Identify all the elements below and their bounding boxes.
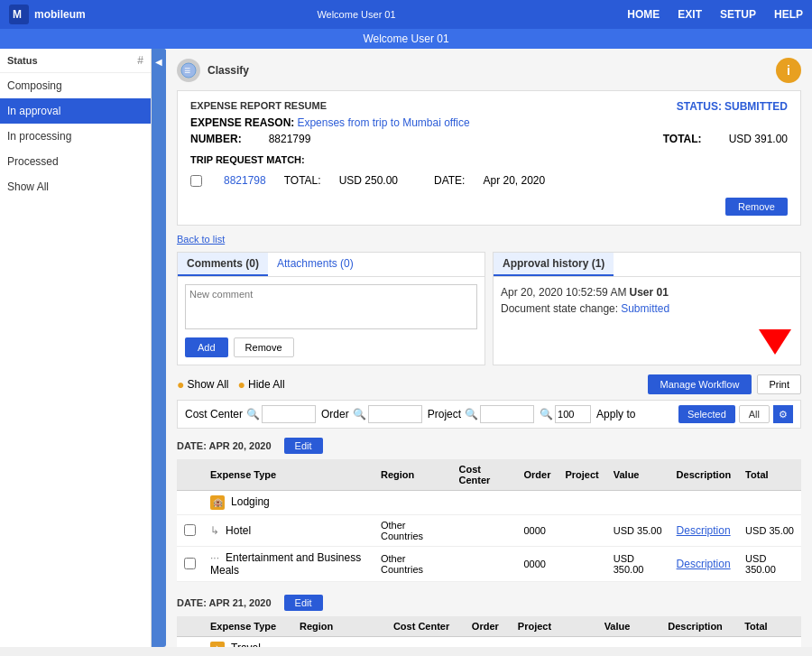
tab-approval-history[interactable]: Approval history (1): [494, 253, 614, 276]
trip-checkbox[interactable]: [190, 175, 202, 187]
row-check[interactable]: [177, 515, 203, 547]
edit-button-2[interactable]: Edit: [284, 595, 323, 611]
project-label: Project: [428, 408, 461, 420]
red-arrow-area: [494, 324, 800, 360]
search-icon-project: 🔍: [465, 408, 478, 420]
comments-body: Add Remove: [178, 277, 484, 365]
selected-button[interactable]: Selected: [678, 405, 735, 423]
nav-exit[interactable]: EXIT: [678, 8, 702, 21]
nav-help[interactable]: HELP: [774, 8, 803, 21]
row-type: ··· Entertainment and Business Meals: [203, 547, 374, 582]
qty-input[interactable]: [555, 405, 591, 423]
table-row: ✈ Travel: [177, 637, 801, 648]
main-layout: Status # Composing In approval In proces…: [0, 49, 812, 647]
edit-button-1[interactable]: Edit: [284, 438, 323, 454]
comment-input[interactable]: [185, 284, 477, 329]
all-button[interactable]: All: [739, 405, 770, 423]
th-description-2: Description: [660, 616, 737, 637]
back-to-list-link[interactable]: Back to list: [177, 234, 225, 245]
meals-desc-link[interactable]: Description: [677, 558, 731, 570]
row-region: Other Countries: [374, 515, 452, 547]
th-description-1: Description: [669, 459, 739, 491]
row-value: USD 35.00: [606, 515, 669, 547]
expense-report-box: EXPENSE REPORT RESUME EXPENSE REASON: Ex…: [177, 90, 801, 226]
th-order-2: Order: [465, 616, 511, 637]
row-project: [558, 515, 605, 547]
manage-workflow-button-top[interactable]: Manage Workflow: [648, 374, 752, 394]
hotel-desc-link[interactable]: Description: [677, 524, 731, 537]
logo-text: mobileum: [34, 8, 86, 21]
show-hide-right: Manage Workflow Print: [648, 374, 801, 394]
row-check: [177, 637, 203, 648]
number-label: NUMBER:: [190, 133, 242, 145]
sidebar-header: Status #: [0, 49, 151, 73]
date-section-2: DATE: APR 21, 2020 Edit Expense Type Reg…: [177, 595, 801, 647]
settings-button[interactable]: ⚙: [773, 405, 793, 423]
print-button-top[interactable]: Print: [757, 374, 801, 394]
add-comment-button[interactable]: Add: [185, 337, 228, 357]
meals-checkbox[interactable]: [184, 558, 196, 569]
filter-row: Cost Center 🔍 Order 🔍 Project 🔍 🔍 Apply …: [177, 400, 801, 429]
cost-center-input[interactable]: [262, 405, 316, 423]
th-region-2: Region: [292, 616, 386, 637]
nav-setup[interactable]: SETUP: [720, 8, 756, 21]
total-label: TOTAL:: [663, 133, 702, 145]
trip-number-link[interactable]: 8821798: [224, 174, 266, 187]
content-area: ≡ Classify i EXPENSE REPORT RESUME EXPEN…: [166, 49, 812, 647]
project-input[interactable]: [480, 405, 534, 423]
row-region: [374, 491, 452, 515]
row-project: [558, 547, 605, 582]
sidebar-collapse-button[interactable]: ◀: [152, 49, 166, 647]
row-total: USD 35.00: [738, 515, 801, 547]
welcome-bar: Welcome User 01: [0, 29, 812, 49]
remove-comment-button[interactable]: Remove: [234, 337, 294, 357]
tab-comments[interactable]: Comments (0): [178, 253, 268, 276]
sidebar-processed-label: Processed: [7, 155, 59, 168]
th-expense-type-2: Expense Type: [203, 616, 292, 637]
sidebar-item-composing[interactable]: Composing: [0, 73, 151, 98]
row-cc: [452, 515, 517, 547]
remove-button[interactable]: Remove: [725, 198, 788, 216]
search-icon-qty: 🔍: [540, 408, 553, 420]
total-value: USD 391.00: [729, 133, 788, 145]
row-type: ✈ Travel: [203, 637, 292, 648]
status-row: STATUS: SUBMITTED: [677, 100, 788, 113]
search-icon-order: 🔍: [353, 408, 366, 420]
travel-icon: ✈: [210, 642, 225, 647]
row-total: [737, 637, 801, 648]
sidebar-item-processed[interactable]: Processed: [0, 149, 151, 174]
apply-to-label: Apply to: [596, 408, 635, 420]
row-order: [516, 491, 558, 515]
order-input[interactable]: [368, 405, 422, 423]
show-all-button[interactable]: ● Show All: [177, 377, 229, 392]
tab-comments-label: Comments (0): [187, 257, 259, 270]
tab-attachments[interactable]: Attachments (0): [268, 253, 363, 276]
sidebar-item-inprocessing[interactable]: In processing: [0, 124, 151, 149]
nav-home[interactable]: HOME: [627, 8, 660, 21]
lodging-icon: 🏨: [210, 495, 225, 510]
sidebar-composing-label: Composing: [7, 79, 62, 92]
row-check[interactable]: [177, 547, 203, 582]
info-icon[interactable]: i: [776, 58, 801, 83]
hide-all-button[interactable]: ● Hide All: [238, 377, 285, 392]
sidebar-item-inapproval[interactable]: In approval: [0, 98, 151, 124]
status-value-text: SUBMITTED: [724, 100, 788, 113]
hotel-checkbox[interactable]: [184, 524, 196, 536]
sidebar-item-showall[interactable]: Show All: [0, 174, 151, 199]
date-header-1: DATE: APR 20, 2020 Edit: [177, 438, 801, 454]
row-order: [465, 637, 511, 648]
trip-date-value: Apr 20, 2020: [483, 174, 545, 187]
collapse-arrow-icon: ◀: [155, 57, 162, 67]
comments-tabs: Comments (0) Attachments (0): [178, 253, 484, 277]
row-region: [292, 637, 386, 648]
sub-icon-hotel: ↳: [210, 524, 219, 537]
table-header-row-1: Expense Type Region Cost Center Order Pr…: [177, 459, 801, 491]
welcome-text: Welcome User 01: [317, 9, 395, 20]
order-label: Order: [321, 408, 349, 420]
order-filter: Order 🔍: [321, 405, 422, 423]
sidebar-inapproval-label: In approval: [7, 105, 60, 117]
manage-print-row: ● Show All ● Hide All Manage Workflow Pr…: [177, 374, 801, 394]
number-row: NUMBER: 8821799: [190, 133, 310, 145]
hide-all-dot-icon: ●: [238, 377, 245, 392]
trip-total-value: USD 250.00: [339, 174, 398, 187]
